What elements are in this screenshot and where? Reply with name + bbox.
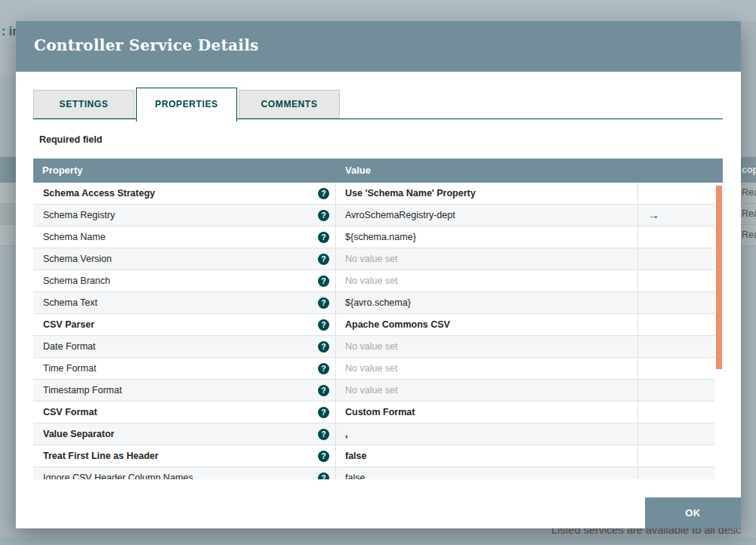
table-row: Date Format ? No value set <box>33 336 714 358</box>
property-name-text: CSV Format <box>43 407 97 417</box>
goto-service-arrow-icon[interactable]: → <box>648 208 659 221</box>
tab-properties[interactable]: PROPERTIES <box>136 88 237 122</box>
row-actions: → <box>638 205 714 226</box>
tab-settings[interactable]: SETTINGS <box>33 90 134 119</box>
row-actions <box>638 314 714 335</box>
help-icon[interactable]: ? <box>318 319 329 331</box>
property-name: CSV Parser ? <box>33 314 336 335</box>
property-name: Value Separator ? <box>33 423 336 445</box>
help-icon[interactable]: ? <box>318 297 329 309</box>
tab-comments[interactable]: COMMENTS <box>239 90 340 119</box>
table-row: Timestamp Format ? No value set <box>33 380 714 402</box>
help-icon[interactable]: ? <box>318 341 329 353</box>
property-name: Treat First Line as Header ? <box>33 445 336 466</box>
table-row: Value Separator ? , <box>33 423 714 445</box>
table-row: Ignore CSV Header Column Names ? false <box>33 467 714 479</box>
property-name: Schema Name ? <box>33 226 336 248</box>
help-icon[interactable]: ? <box>318 451 329 462</box>
property-value: ${avro.schema} <box>336 292 638 313</box>
help-icon[interactable]: ? <box>318 363 329 374</box>
background-bottom-band <box>0 537 756 545</box>
row-actions <box>638 248 714 269</box>
help-icon[interactable]: ? <box>318 276 329 287</box>
properties-table-header: Property Value <box>33 159 723 183</box>
row-actions <box>638 183 714 204</box>
dialog-header: Controller Service Details <box>16 21 741 72</box>
row-actions <box>638 226 714 248</box>
background-table-row <box>0 183 16 204</box>
property-name-text: Schema Branch <box>43 276 110 286</box>
property-value: No value set <box>336 358 638 379</box>
properties-table-body: Schema Access Strategy ? Use 'Schema Nam… <box>33 183 723 479</box>
controller-service-details-dialog: Controller Service Details SETTINGS PROP… <box>16 21 741 528</box>
row-actions <box>638 270 714 291</box>
table-row: Schema Access Strategy ? Use 'Schema Nam… <box>33 183 714 205</box>
help-icon[interactable]: ? <box>318 473 329 479</box>
table-row: CSV Parser ? Apache Commons CSV <box>33 314 714 336</box>
background-table-header <box>0 157 16 183</box>
background-table-row: Rea <box>741 225 756 246</box>
property-value: No value set <box>336 380 638 401</box>
property-name-text: Ignore CSV Header Column Names <box>43 473 193 479</box>
row-actions <box>638 445 714 466</box>
row-actions <box>638 292 714 313</box>
properties-table: Property Value Schema Access Strategy ? … <box>33 159 723 479</box>
property-name-text: Schema Access Strategy <box>43 188 155 199</box>
property-name-text: CSV Parser <box>43 319 94 330</box>
row-actions <box>638 423 714 445</box>
help-icon[interactable]: ? <box>318 385 329 396</box>
table-row: Schema Registry ? AvroSchemaRegistry-dep… <box>33 205 714 226</box>
row-actions <box>638 402 714 423</box>
property-value: , <box>336 423 638 445</box>
help-icon[interactable]: ? <box>318 188 329 199</box>
table-row: Schema Name ? ${schema.name} <box>33 226 714 248</box>
background-table-row: Rea <box>741 204 756 225</box>
property-name-text: Schema Registry <box>43 210 115 220</box>
property-name: Schema Text ? <box>33 292 336 313</box>
background-table-left-fragment <box>0 157 16 246</box>
help-icon[interactable]: ? <box>318 232 329 243</box>
property-value: Use 'Schema Name' Property <box>336 183 638 204</box>
property-value: false <box>336 445 638 466</box>
row-actions <box>638 336 714 357</box>
background-scope-column-header: cop <box>741 157 756 183</box>
property-name: Schema Registry ? <box>33 205 336 226</box>
property-name-text: Timestamp Format <box>43 385 122 396</box>
table-row: Treat First Line as Header ? false <box>33 445 714 467</box>
help-icon[interactable]: ? <box>318 254 329 265</box>
row-actions <box>638 380 714 401</box>
property-value: ${schema.name} <box>336 226 638 248</box>
table-row: Schema Text ? ${avro.schema} <box>33 292 714 314</box>
property-name-text: Date Format <box>43 341 95 352</box>
row-actions <box>638 358 714 379</box>
table-row: CSV Format ? Custom Format <box>33 402 714 423</box>
property-value: No value set <box>336 336 638 357</box>
table-scrollbar[interactable] <box>716 186 722 369</box>
property-name-text: Schema Name <box>43 232 106 242</box>
table-row: Schema Branch ? No value set <box>33 270 714 292</box>
table-row: Time Format ? No value set <box>33 358 714 380</box>
property-name-text: Schema Text <box>43 297 97 308</box>
property-name: Schema Version ? <box>33 248 336 269</box>
help-icon[interactable]: ? <box>318 210 329 221</box>
help-icon[interactable]: ? <box>318 429 329 440</box>
property-name-text: Value Separator <box>43 429 115 439</box>
column-header-property: Property <box>33 159 336 183</box>
help-icon[interactable]: ? <box>318 407 329 418</box>
property-name-text: Treat First Line as Header <box>43 451 159 461</box>
property-name: CSV Format ? <box>33 402 336 423</box>
background-table-right-fragment: cop Rea Rea Rea <box>741 157 756 246</box>
property-value: Apache Commons CSV <box>336 314 638 335</box>
property-value: Custom Format <box>336 402 638 423</box>
table-row: Schema Version ? No value set <box>33 248 714 270</box>
background-table-row: Rea <box>741 183 756 204</box>
property-name: Schema Branch ? <box>33 270 336 291</box>
property-name-text: Time Format <box>43 363 96 374</box>
background-table-row <box>0 204 16 225</box>
background-table-row <box>0 225 16 246</box>
ok-button[interactable]: OK <box>645 497 741 528</box>
row-actions <box>638 467 714 479</box>
property-value: No value set <box>336 248 638 269</box>
property-name: Date Format ? <box>33 336 336 357</box>
background-top-strip <box>0 0 756 21</box>
